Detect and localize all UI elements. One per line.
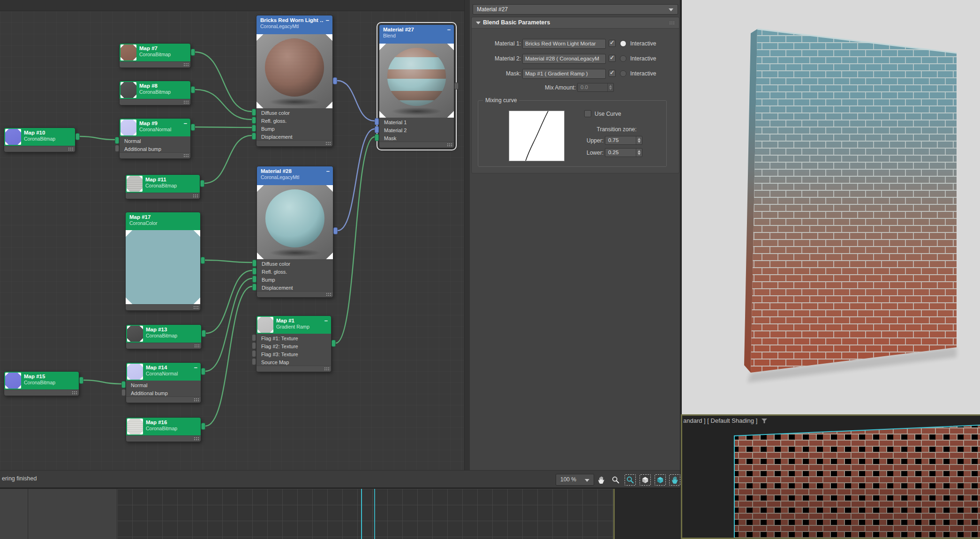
resize-grip-icon[interactable] <box>183 63 188 66</box>
node-map-9[interactable]: Map #9CoronaNormal–NormalAdditional bump <box>119 118 191 159</box>
input-socket[interactable] <box>252 133 256 140</box>
lower-spinner[interactable]: 0.25 <box>605 148 642 157</box>
node-slot-diffuse-color[interactable]: Diffuse color <box>256 108 332 116</box>
node-header[interactable]: Map #8CoronaBitmap <box>120 81 190 99</box>
node-slot-additional-bump[interactable]: Additional bump <box>120 144 190 152</box>
node-map-16[interactable]: Map #16CoronaBitmap <box>126 417 201 442</box>
input-socket[interactable] <box>252 260 256 267</box>
node-material-27[interactable]: Material #27Blend–Material 1Material 2Ma… <box>379 24 454 148</box>
node-header[interactable]: Bricks Red Worn Light …CoronaLegacyMtl– <box>256 15 332 34</box>
resize-grip-icon[interactable] <box>447 143 452 146</box>
node-header[interactable]: Map #13CoronaBitmap <box>126 325 201 343</box>
node-map-7[interactable]: Map #7CoronaBitmap <box>119 43 191 68</box>
node-map-13[interactable]: Map #13CoronaBitmap <box>126 324 202 349</box>
node-header[interactable]: Map #1Gradient Ramp– <box>256 316 331 334</box>
node-map-1[interactable]: Map #1Gradient Ramp–Flag #1: TextureFlag… <box>256 315 332 372</box>
output-socket[interactable] <box>202 330 206 337</box>
node-wire[interactable] <box>205 260 252 262</box>
node-bricks-red-worn-mtl[interactable]: Bricks Red Worn Light …CoronaLegacyMtl–D… <box>256 15 333 147</box>
brick-plane-object[interactable] <box>682 416 980 538</box>
input-socket[interactable] <box>252 268 256 275</box>
node-slot-flag-2-texture[interactable]: Flag #2: Texture <box>256 342 331 350</box>
panel-splitter[interactable] <box>464 0 470 470</box>
input-socket[interactable] <box>252 117 256 124</box>
output-socket[interactable] <box>454 82 459 90</box>
node-map-11[interactable]: Map #11CoronaBitmap <box>125 174 200 199</box>
resize-grip-icon[interactable] <box>324 367 329 370</box>
node-wire[interactable] <box>338 129 375 231</box>
viewport-label[interactable]: andard ] [ Default Shading ] <box>683 417 768 424</box>
input-socket[interactable] <box>375 126 379 133</box>
node-wire[interactable] <box>195 127 252 127</box>
zoom-icon[interactable] <box>610 474 621 486</box>
zoom-extents-icon[interactable] <box>640 474 651 486</box>
resize-grip-icon[interactable] <box>194 437 199 440</box>
resize-grip-icon[interactable] <box>183 154 188 157</box>
node-material-28[interactable]: Material #28CoronaLegacyMtl–Diffuse colo… <box>256 166 333 298</box>
output-socket[interactable] <box>191 86 195 93</box>
resize-grip-icon[interactable] <box>194 398 199 401</box>
resize-grip-icon[interactable] <box>68 147 73 150</box>
input-socket[interactable] <box>115 145 119 152</box>
zoom-level-select[interactable]: 100 % <box>556 474 594 486</box>
minimize-node-icon[interactable]: – <box>447 26 451 33</box>
node-wire[interactable] <box>83 380 121 384</box>
zoom-region-icon[interactable] <box>625 474 636 486</box>
node-map-10[interactable]: Map #10CoronaBitmap <box>4 127 75 152</box>
minimize-node-icon[interactable]: – <box>194 364 197 371</box>
output-socket[interactable] <box>201 368 205 375</box>
node-wire[interactable] <box>195 52 252 112</box>
zoom-extents-selected-icon[interactable] <box>655 474 666 486</box>
use-curve-checkbox[interactable] <box>584 110 591 117</box>
node-wire[interactable] <box>80 136 115 140</box>
input-socket[interactable] <box>375 134 379 141</box>
material-2-button[interactable]: Material #28 ( CoronaLegacyM <box>522 54 606 64</box>
node-slot-mask[interactable]: Mask <box>379 134 454 142</box>
node-header[interactable]: Map #15CoronaBitmap <box>4 372 79 389</box>
input-socket[interactable] <box>252 342 256 349</box>
node-slot-refl-gloss[interactable]: Refl. gloss. <box>257 267 333 275</box>
minimize-node-icon[interactable]: – <box>326 16 329 23</box>
input-socket[interactable] <box>115 137 119 144</box>
output-socket[interactable] <box>201 423 205 430</box>
node-map-8[interactable]: Map #8CoronaBitmap <box>119 81 191 105</box>
node-slot-material-2[interactable]: Material 2 <box>379 126 454 134</box>
mix-amount-spinner[interactable]: 0.0 <box>577 83 614 92</box>
resize-grip-icon[interactable] <box>193 194 198 197</box>
minimize-node-icon[interactable]: – <box>326 167 330 174</box>
node-header[interactable]: Map #16CoronaBitmap <box>126 418 201 435</box>
output-socket[interactable] <box>191 124 195 131</box>
node-header[interactable]: Map #9CoronaNormal– <box>120 119 190 136</box>
node-slot-flag-3-texture[interactable]: Flag #3: Texture <box>256 350 331 358</box>
filter-funnel-icon[interactable] <box>761 418 768 424</box>
node-header[interactable]: Map #17CoronaColor <box>126 212 200 230</box>
node-wire[interactable] <box>337 81 375 121</box>
material-2-interactive-radio[interactable] <box>620 55 626 62</box>
input-socket[interactable] <box>252 284 256 291</box>
spinner-arrows-icon[interactable] <box>636 149 642 157</box>
node-slot-flag-1-texture[interactable]: Flag #1: Texture <box>256 334 331 342</box>
resize-grip-icon[interactable] <box>72 391 77 394</box>
node-slot-normal[interactable]: Normal <box>120 136 190 144</box>
node-wire[interactable] <box>204 135 252 183</box>
node-header[interactable]: Map #14CoronaNormal– <box>126 363 201 381</box>
resize-grip-icon[interactable] <box>193 306 198 309</box>
node-slot-additional-bump[interactable]: Additional bump <box>126 389 201 397</box>
input-socket[interactable] <box>121 389 126 396</box>
node-header[interactable]: Map #11CoronaBitmap <box>126 175 200 193</box>
spinner-arrows-icon[interactable] <box>636 136 642 144</box>
mask-enable-checkbox[interactable] <box>609 70 616 77</box>
material-1-enable-checkbox[interactable] <box>609 40 616 47</box>
input-socket[interactable] <box>252 350 256 357</box>
upper-spinner[interactable]: 0.75 <box>605 136 642 145</box>
node-wire[interactable] <box>195 90 252 120</box>
resize-grip-icon[interactable] <box>194 344 199 347</box>
node-map-15[interactable]: Map #15CoronaBitmap <box>4 371 79 396</box>
minimize-node-icon[interactable]: – <box>324 317 328 324</box>
material-2-enable-checkbox[interactable] <box>609 55 616 62</box>
output-socket[interactable] <box>332 340 336 347</box>
node-slot-diffuse-color[interactable]: Diffuse color <box>257 259 333 267</box>
node-slot-displacement[interactable]: Displacement <box>256 132 332 140</box>
spinner-arrows-icon[interactable] <box>607 83 613 91</box>
perspective-viewport[interactable]: andard ] [ Default Shading ] <box>681 414 980 539</box>
